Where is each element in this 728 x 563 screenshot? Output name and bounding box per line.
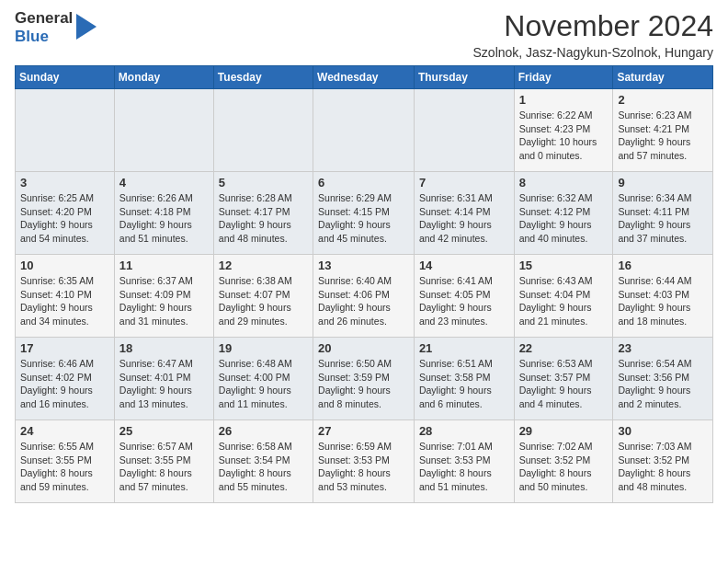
day-number: 25: [119, 424, 209, 438]
cell-info: Sunrise: 6:31 AMSunset: 4:14 PMDaylight:…: [419, 191, 509, 246]
cell-info: Sunrise: 6:53 AMSunset: 3:57 PMDaylight:…: [519, 357, 609, 411]
day-number: 5: [219, 176, 308, 190]
calendar-cell: 23Sunrise: 6:54 AMSunset: 3:56 PMDayligh…: [613, 338, 713, 420]
cell-info: Sunrise: 6:38 AMSunset: 4:07 PMDaylight:…: [219, 274, 308, 328]
day-number: 6: [318, 176, 409, 190]
calendar-cell: [213, 89, 313, 172]
logo: General Blue: [15, 9, 97, 45]
cell-info: Sunrise: 7:03 AMSunset: 3:52 PMDaylight:…: [618, 440, 708, 494]
day-number: 1: [519, 93, 609, 107]
day-number: 19: [219, 341, 308, 355]
month-title: November 2024: [473, 9, 713, 43]
cell-info: Sunrise: 6:41 AMSunset: 4:05 PMDaylight:…: [419, 274, 509, 328]
calendar-cell: 25Sunrise: 6:57 AMSunset: 3:55 PMDayligh…: [114, 420, 213, 503]
calendar-week-row: 1Sunrise: 6:22 AMSunset: 4:23 PMDaylight…: [16, 89, 713, 172]
weekday-header: Friday: [514, 66, 613, 89]
day-number: 4: [119, 176, 209, 190]
day-number: 12: [219, 259, 308, 272]
calendar-cell: [16, 89, 115, 172]
calendar-week-row: 10Sunrise: 6:35 AMSunset: 4:10 PMDayligh…: [16, 255, 713, 338]
day-number: 9: [618, 176, 708, 190]
cell-info: Sunrise: 6:48 AMSunset: 4:00 PMDaylight:…: [219, 357, 308, 411]
calendar-cell: 22Sunrise: 6:53 AMSunset: 3:57 PMDayligh…: [514, 338, 613, 420]
logo-graphic: General Blue: [15, 9, 97, 45]
header: General Blue November 2024 Szolnok, Jasz…: [15, 9, 713, 60]
day-number: 27: [318, 424, 409, 438]
weekday-header: Tuesday: [213, 66, 313, 89]
calendar-cell: [114, 89, 213, 172]
cell-info: Sunrise: 6:32 AMSunset: 4:12 PMDaylight:…: [519, 191, 609, 246]
calendar-cell: 11Sunrise: 6:37 AMSunset: 4:09 PMDayligh…: [114, 255, 213, 338]
calendar-cell: [414, 89, 514, 172]
day-number: 28: [419, 424, 509, 438]
calendar-cell: 3Sunrise: 6:25 AMSunset: 4:20 PMDaylight…: [16, 172, 115, 255]
weekday-header: Thursday: [414, 66, 514, 89]
calendar-cell: 30Sunrise: 7:03 AMSunset: 3:52 PMDayligh…: [613, 420, 713, 503]
calendar-cell: 29Sunrise: 7:02 AMSunset: 3:52 PMDayligh…: [514, 420, 613, 503]
calendar-cell: 16Sunrise: 6:44 AMSunset: 4:03 PMDayligh…: [613, 255, 713, 338]
calendar-cell: 26Sunrise: 6:58 AMSunset: 3:54 PMDayligh…: [213, 420, 313, 503]
cell-info: Sunrise: 7:01 AMSunset: 3:53 PMDaylight:…: [419, 440, 509, 494]
day-number: 13: [318, 259, 409, 272]
cell-info: Sunrise: 6:25 AMSunset: 4:20 PMDaylight:…: [20, 191, 109, 246]
calendar-cell: 4Sunrise: 6:26 AMSunset: 4:18 PMDaylight…: [114, 172, 213, 255]
weekday-header: Wednesday: [313, 66, 415, 89]
svg-marker-0: [76, 14, 97, 40]
cell-info: Sunrise: 6:26 AMSunset: 4:18 PMDaylight:…: [119, 191, 209, 246]
calendar-cell: 27Sunrise: 6:59 AMSunset: 3:53 PMDayligh…: [313, 420, 415, 503]
calendar-cell: 24Sunrise: 6:55 AMSunset: 3:55 PMDayligh…: [16, 420, 115, 503]
cell-info: Sunrise: 6:35 AMSunset: 4:10 PMDaylight:…: [20, 274, 109, 328]
day-number: 21: [419, 341, 509, 355]
day-number: 15: [519, 259, 609, 272]
cell-info: Sunrise: 6:22 AMSunset: 4:23 PMDaylight:…: [519, 109, 609, 163]
cell-info: Sunrise: 6:46 AMSunset: 4:02 PMDaylight:…: [20, 357, 109, 411]
calendar-cell: 28Sunrise: 7:01 AMSunset: 3:53 PMDayligh…: [414, 420, 514, 503]
logo-chevron-icon: [76, 14, 97, 41]
cell-info: Sunrise: 6:43 AMSunset: 4:04 PMDaylight:…: [519, 274, 609, 328]
calendar-week-row: 3Sunrise: 6:25 AMSunset: 4:20 PMDaylight…: [16, 172, 713, 255]
calendar-cell: 13Sunrise: 6:40 AMSunset: 4:06 PMDayligh…: [313, 255, 415, 338]
title-block: November 2024 Szolnok, Jasz-Nagykun-Szol…: [473, 9, 713, 60]
day-number: 23: [618, 341, 708, 355]
calendar-body: 1Sunrise: 6:22 AMSunset: 4:23 PMDaylight…: [16, 89, 713, 503]
weekday-header: Monday: [114, 66, 213, 89]
day-number: 16: [618, 259, 708, 272]
day-number: 8: [519, 176, 609, 190]
calendar-cell: 17Sunrise: 6:46 AMSunset: 4:02 PMDayligh…: [16, 338, 115, 420]
cell-info: Sunrise: 6:54 AMSunset: 3:56 PMDaylight:…: [618, 357, 708, 411]
calendar: SundayMondayTuesdayWednesdayThursdayFrid…: [15, 65, 713, 503]
cell-info: Sunrise: 6:34 AMSunset: 4:11 PMDaylight:…: [618, 191, 708, 246]
calendar-cell: 5Sunrise: 6:28 AMSunset: 4:17 PMDaylight…: [213, 172, 313, 255]
weekday-header: Saturday: [613, 66, 713, 89]
cell-info: Sunrise: 7:02 AMSunset: 3:52 PMDaylight:…: [519, 440, 609, 494]
day-number: 3: [20, 176, 109, 190]
cell-info: Sunrise: 6:57 AMSunset: 3:55 PMDaylight:…: [119, 440, 209, 494]
day-number: 11: [119, 259, 209, 272]
calendar-cell: 15Sunrise: 6:43 AMSunset: 4:04 PMDayligh…: [514, 255, 613, 338]
day-number: 30: [618, 424, 708, 438]
cell-info: Sunrise: 6:47 AMSunset: 4:01 PMDaylight:…: [119, 357, 209, 411]
cell-info: Sunrise: 6:28 AMSunset: 4:17 PMDaylight:…: [219, 191, 308, 246]
calendar-cell: 1Sunrise: 6:22 AMSunset: 4:23 PMDaylight…: [514, 89, 613, 172]
cell-info: Sunrise: 6:23 AMSunset: 4:21 PMDaylight:…: [618, 109, 708, 163]
day-number: 17: [20, 341, 109, 355]
calendar-cell: 20Sunrise: 6:50 AMSunset: 3:59 PMDayligh…: [313, 338, 415, 420]
calendar-cell: 6Sunrise: 6:29 AMSunset: 4:15 PMDaylight…: [313, 172, 415, 255]
cell-info: Sunrise: 6:50 AMSunset: 3:59 PMDaylight:…: [318, 357, 409, 411]
day-number: 18: [119, 341, 209, 355]
cell-info: Sunrise: 6:40 AMSunset: 4:06 PMDaylight:…: [318, 274, 409, 328]
day-number: 26: [219, 424, 308, 438]
cell-info: Sunrise: 6:37 AMSunset: 4:09 PMDaylight:…: [119, 274, 209, 328]
location: Szolnok, Jasz-Nagykun-Szolnok, Hungary: [473, 45, 713, 60]
cell-info: Sunrise: 6:58 AMSunset: 3:54 PMDaylight:…: [219, 440, 308, 494]
weekday-header: Sunday: [16, 66, 115, 89]
day-number: 7: [419, 176, 509, 190]
logo-text-block: General Blue: [15, 9, 73, 45]
day-number: 29: [519, 424, 609, 438]
cell-info: Sunrise: 6:29 AMSunset: 4:15 PMDaylight:…: [318, 191, 409, 246]
day-number: 22: [519, 341, 609, 355]
calendar-cell: 21Sunrise: 6:51 AMSunset: 3:58 PMDayligh…: [414, 338, 514, 420]
calendar-cell: 2Sunrise: 6:23 AMSunset: 4:21 PMDaylight…: [613, 89, 713, 172]
calendar-cell: 10Sunrise: 6:35 AMSunset: 4:10 PMDayligh…: [16, 255, 115, 338]
day-number: 24: [20, 424, 109, 438]
